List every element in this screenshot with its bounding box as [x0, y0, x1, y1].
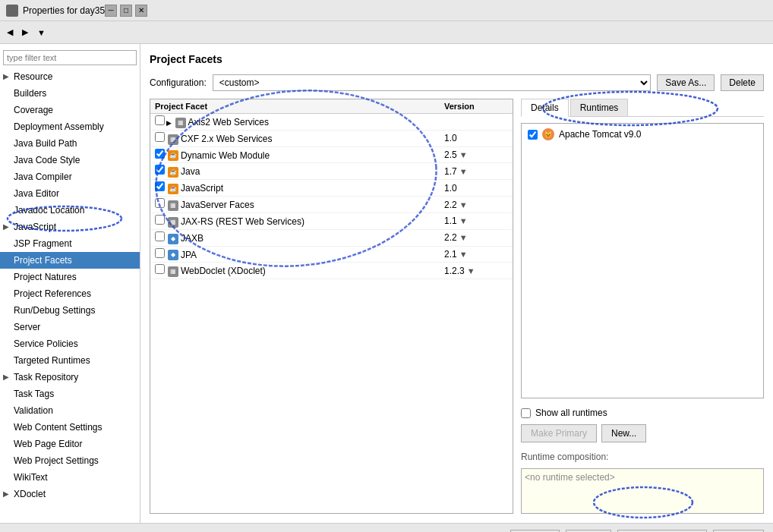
version-dropdown-icon[interactable]: ▼ [457, 233, 468, 242]
sidebar-item-web-content-settings[interactable]: Web Content Settings [0, 419, 140, 436]
maximize-button[interactable]: □ [120, 5, 132, 17]
sidebar-item-label: Project References [14, 287, 91, 301]
facet-checkbox-cxf[interactable] [155, 132, 165, 142]
save-as-button[interactable]: Save As... [657, 74, 715, 91]
facet-label: Java [181, 166, 200, 177]
sidebar-item-service-policies[interactable]: Service Policies [0, 335, 140, 352]
sidebar-item-project-facets[interactable]: Project Facets [0, 252, 140, 269]
facet-icon: ▦ [168, 134, 178, 145]
sidebar-item-targeted-runtimes[interactable]: Targeted Runtimes [0, 352, 140, 369]
apply-button[interactable]: Apply [566, 530, 611, 533]
tomcat-icon: 🐱 [542, 128, 554, 140]
sidebar-item-java-compiler[interactable]: Java Compiler [0, 168, 140, 185]
facet-version-cell: 1.2.3 ▼ [440, 263, 513, 279]
dropdown-icon: ▼ [37, 28, 46, 37]
sidebar-item-coverage[interactable]: Coverage [0, 102, 140, 118]
sidebar-item-project-natures[interactable]: Project Natures [0, 269, 140, 285]
facet-version-cell [440, 114, 513, 131]
sidebar-item-task-tags[interactable]: Task Tags [0, 386, 140, 402]
back-button[interactable]: ◀ [3, 24, 17, 41]
back-icon: ◀ [7, 27, 13, 37]
table-row: ▦CXF 2.x Web Services1.0 [150, 130, 513, 146]
sidebar-item-javadoc-location[interactable]: Javadoc Location [0, 202, 140, 219]
sidebar-item-project-references[interactable]: Project References [0, 285, 140, 302]
apply-and-close-button[interactable]: Apply and Close [617, 530, 706, 533]
version-dropdown-icon[interactable]: ▼ [457, 250, 468, 259]
facet-checkbox-jpa[interactable] [155, 248, 165, 258]
version-dropdown-icon[interactable]: ▼ [457, 200, 468, 209]
config-select[interactable]: <custom> [213, 74, 652, 91]
show-all-checkbox[interactable] [521, 408, 531, 418]
make-primary-button[interactable]: Make Primary [521, 424, 597, 442]
toolbar-dropdown-button[interactable]: ▼ [33, 24, 49, 41]
facet-checkbox-jax-rs[interactable] [155, 215, 165, 225]
facet-checkbox-jsf[interactable] [155, 198, 165, 208]
facet-version: 2.5 [444, 150, 457, 160]
expand-icon: ▶ [3, 220, 11, 234]
tab-details[interactable]: Details [521, 99, 569, 117]
page-title: Project Facets [150, 53, 764, 65]
runtime-composition-label: Runtime composition: [521, 452, 764, 462]
sidebar-item-resource[interactable]: ▶Resource [0, 68, 140, 85]
sidebar-item-web-page-editor[interactable]: Web Page Editor [0, 436, 140, 452]
delete-button[interactable]: Delete [721, 74, 764, 91]
forward-button[interactable]: ▶ [18, 24, 32, 41]
tab-runtimes[interactable]: Runtimes [570, 99, 629, 116]
facet-checkbox-jaxb[interactable] [155, 231, 165, 241]
sidebar-item-web-project-settings[interactable]: Web Project Settings [0, 452, 140, 469]
version-dropdown-icon[interactable]: ▼ [465, 266, 475, 275]
sidebar-item-label: JavaScript [14, 220, 56, 234]
sidebar-item-label: Server [14, 320, 40, 334]
sidebar-item-java-code-style[interactable]: Java Code Style [0, 152, 140, 168]
sidebar-item-label: Javadoc Location [14, 203, 84, 217]
table-row: ▦JavaServer Faces2.2 ▼ [150, 197, 513, 213]
sidebar-item-task-repository[interactable]: ▶Task Repository [0, 369, 140, 386]
version-dropdown-icon[interactable]: ▼ [457, 216, 468, 225]
sidebar-item-label: Task Repository [14, 370, 78, 384]
facet-version-cell: 1.0 [440, 130, 513, 146]
sidebar-item-label: Java Compiler [14, 170, 72, 184]
facet-version-cell: 1.1 ▼ [440, 212, 513, 229]
new-button[interactable]: New... [601, 424, 646, 442]
bottom-bar: ? Revert Apply Apply and Close Cancel [0, 523, 773, 532]
sidebar-item-builders[interactable]: Builders [0, 85, 140, 102]
close-button[interactable]: ✕ [135, 5, 147, 17]
cancel-button[interactable]: Cancel [713, 530, 764, 533]
facets-table: Project Facet Version ▶ ▦Axis2 Web Servi… [150, 99, 513, 279]
sidebar-item-java-build-path[interactable]: Java Build Path [0, 135, 140, 152]
expand-icon: ▶ [3, 70, 11, 83]
minimize-button[interactable]: ─ [105, 5, 117, 17]
sidebar-item-validation[interactable]: Validation [0, 402, 140, 419]
facet-label: Dynamic Web Module [181, 150, 270, 161]
filter-input[interactable] [3, 50, 137, 65]
facet-icon: ☕ [168, 150, 178, 161]
sidebar-item-server[interactable]: Server [0, 319, 140, 335]
version-dropdown-icon[interactable]: ▼ [457, 150, 468, 159]
sidebar-item-wikitext[interactable]: WikiText [0, 469, 140, 486]
facet-checkbox-java[interactable] [155, 165, 165, 175]
config-row: Configuration: <custom> Save As... Delet… [150, 74, 764, 91]
facet-version: 1.1 [444, 216, 457, 226]
sidebar-item-label: Project Natures [14, 270, 77, 284]
facet-checkbox-axis2[interactable] [155, 115, 165, 125]
expand-icon: ▶ [3, 370, 11, 384]
table-row: ▦JAX-RS (REST Web Services)1.1 ▼ [150, 212, 513, 229]
facet-label: WebDoclet (XDoclet) [181, 266, 266, 276]
runtime-checkbox[interactable] [528, 130, 538, 140]
version-dropdown-icon[interactable]: ▼ [457, 167, 468, 176]
sidebar-item-jsp-fragment[interactable]: JSP Fragment [0, 235, 140, 252]
sidebar-item-run-debug-settings[interactable]: Run/Debug Settings [0, 302, 140, 319]
sidebar-item-xdoclet[interactable]: ▶XDoclet [0, 486, 140, 502]
facet-checkbox-webdoclet[interactable] [155, 264, 165, 274]
sidebar-item-deployment-assembly[interactable]: Deployment Assembly [0, 118, 140, 135]
sidebar-item-javascript[interactable]: ▶JavaScript [0, 219, 140, 235]
sidebar-item-label: Deployment Assembly [14, 120, 104, 134]
revert-button[interactable]: Revert [510, 530, 560, 533]
sidebar-item-label: Validation [14, 404, 53, 417]
facet-checkbox-dynamic-web[interactable] [155, 149, 165, 159]
facet-col-header: Project Facet [150, 99, 440, 114]
facet-checkbox-javascript[interactable] [155, 181, 165, 191]
facet-label: JavaServer Faces [181, 200, 254, 210]
sidebar-item-java-editor[interactable]: Java Editor [0, 185, 140, 202]
facets-list: Project Facet Version ▶ ▦Axis2 Web Servi… [150, 99, 513, 514]
